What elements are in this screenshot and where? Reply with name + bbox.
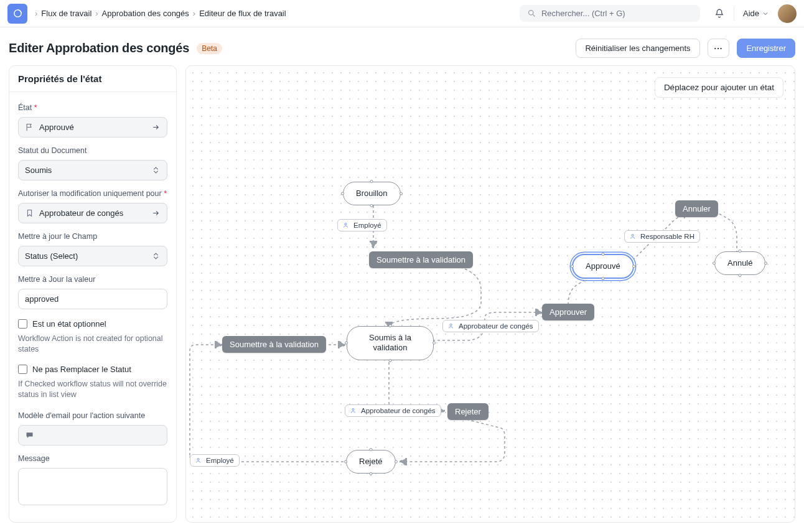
action-reject[interactable]: Rejeter (447, 403, 488, 420)
breadcrumb-item[interactable]: Approbation des congés (102, 9, 189, 18)
select-icon (151, 166, 161, 175)
state-node-submitted[interactable]: Soumis à la validation (347, 326, 434, 360)
docstatus-select[interactable]: Soumis (18, 160, 167, 180)
arrow-right-icon (151, 123, 161, 132)
svg-point-7 (632, 235, 633, 236)
users-icon (195, 457, 203, 464)
update-value-label: Mettre à Jour la valeur (18, 275, 167, 284)
message-icon (25, 431, 34, 440)
flag-icon (25, 123, 34, 132)
role-label: Responsable RH (640, 233, 694, 240)
more-button[interactable]: ··· (708, 39, 730, 58)
help-menu[interactable]: Aide (743, 9, 769, 18)
role-label: Approbateur de congés (459, 322, 533, 330)
role-label: Employé (353, 222, 381, 229)
state-value: Approuvé (39, 123, 74, 132)
node-label: Brouillon (356, 189, 388, 198)
bookmark-icon (25, 208, 34, 218)
role-label: Employé (206, 457, 234, 464)
state-node-approved[interactable]: Approuvé (572, 254, 634, 279)
beta-badge: Beta (197, 43, 222, 54)
override-status-hint: If Checked workflow status will not over… (18, 379, 167, 400)
svg-point-3 (345, 223, 347, 225)
reset-button[interactable]: Réinitialiser les changements (576, 39, 699, 58)
update-field-label: Mettre à jour le Champ (18, 232, 167, 241)
edit-allowed-label: Autoriser la modification uniquement pou… (18, 189, 167, 198)
panel-title: Propriétés de l'état (9, 66, 176, 92)
user-avatar[interactable] (778, 4, 797, 23)
svg-point-5 (450, 324, 452, 326)
node-label: Annulé (727, 258, 752, 268)
optional-state-label: Est un état optionnel (32, 319, 106, 329)
save-button[interactable]: Enregistrer (737, 39, 795, 58)
checkbox-input[interactable] (18, 365, 27, 374)
role-label: Approbateur de congés (361, 407, 436, 414)
svg-point-4 (197, 459, 199, 460)
page-header: Editer Approbation des congés Beta Réini… (0, 27, 804, 65)
global-search[interactable]: Rechercher... (Ctrl + G) (520, 5, 700, 22)
page-title: Editer Approbation des congés (9, 41, 189, 55)
role-tag-employee-2[interactable]: Employé (190, 454, 240, 467)
email-template-label: Modèle d'email pour l'action suivante (18, 411, 167, 420)
bell-icon[interactable] (714, 8, 725, 19)
checkbox-input[interactable] (18, 319, 27, 329)
app-logo[interactable] (7, 4, 27, 24)
select-icon (151, 251, 161, 261)
update-field-select[interactable]: Status (Select) (18, 246, 167, 266)
action-submit-1[interactable]: Soumettre à la validation (369, 251, 473, 268)
role-tag-employee[interactable]: Employé (337, 219, 387, 231)
optional-state-hint: Workflow Action is not created for optio… (18, 334, 167, 355)
action-approve[interactable]: Approuver (542, 304, 594, 320)
state-node-cancelled[interactable]: Annulé (714, 251, 765, 275)
breadcrumb: › Flux de travail › Approbation des cong… (35, 9, 286, 18)
role-tag-leave-approver[interactable]: Approbateur de congés (442, 320, 539, 332)
chevron-right-icon: › (95, 9, 98, 18)
search-placeholder: Rechercher... (Ctrl + G) (541, 9, 625, 18)
svg-point-6 (352, 409, 354, 411)
action-cancel[interactable]: Annuler (675, 200, 718, 217)
svg-point-1 (528, 11, 533, 16)
state-field[interactable]: Approuvé (18, 117, 167, 138)
docstatus-label: Statut du Document (18, 146, 167, 155)
email-template-field[interactable] (18, 425, 167, 446)
node-label: Rejeté (359, 457, 383, 466)
users-icon (448, 322, 456, 330)
override-status-checkbox[interactable]: Ne pas Remplacer le Statut (18, 365, 167, 374)
users-icon (343, 222, 350, 229)
state-field-label: État (18, 103, 167, 112)
svg-line-2 (533, 14, 535, 16)
search-icon (527, 9, 536, 18)
users-icon (630, 233, 637, 240)
docstatus-value: Soumis (25, 166, 52, 175)
breadcrumb-item[interactable]: Flux de travail (41, 9, 91, 18)
action-submit-2[interactable]: Soumettre à la validation (222, 336, 326, 353)
node-label: Soumis à la validation (369, 333, 411, 352)
update-value-input[interactable]: approved (18, 289, 167, 309)
chevron-right-icon: › (35, 9, 37, 18)
role-tag-leave-approver-2[interactable]: Approbateur de congés (345, 404, 441, 417)
edit-allowed-value: Approbateur de congés (39, 208, 123, 218)
chevron-down-icon (762, 10, 769, 17)
help-label: Aide (743, 9, 759, 18)
state-properties-panel: Propriétés de l'état État Approuvé Statu… (9, 65, 177, 523)
breadcrumb-item[interactable]: Editeur de flux de travail (199, 9, 286, 18)
override-status-label: Ne pas Remplacer le Statut (32, 365, 131, 374)
divider (734, 7, 734, 21)
node-label: Approuvé (586, 261, 620, 271)
role-tag-hr-manager[interactable]: Responsable RH (624, 230, 700, 243)
edit-allowed-field[interactable]: Approbateur de congés (18, 203, 167, 223)
arrow-right-icon (151, 208, 161, 218)
update-field-value: Status (Select) (25, 251, 78, 261)
state-node-rejected[interactable]: Rejeté (346, 450, 396, 474)
message-textarea[interactable] (18, 468, 167, 505)
optional-state-checkbox[interactable]: Est un état optionnel (18, 319, 167, 329)
workspace: Propriétés de l'état État Approuvé Statu… (0, 65, 804, 531)
drag-to-add-state[interactable]: Déplacez pour ajouter un état (655, 77, 783, 98)
chevron-right-icon: › (193, 9, 195, 18)
edges (186, 66, 795, 522)
workflow-canvas[interactable]: Brouillon Soumis à la validation Approuv… (185, 65, 795, 523)
users-icon (350, 407, 358, 414)
topbar: › Flux de travail › Approbation des cong… (0, 0, 804, 27)
message-label: Message (18, 454, 167, 463)
state-node-draft[interactable]: Brouillon (343, 182, 401, 205)
